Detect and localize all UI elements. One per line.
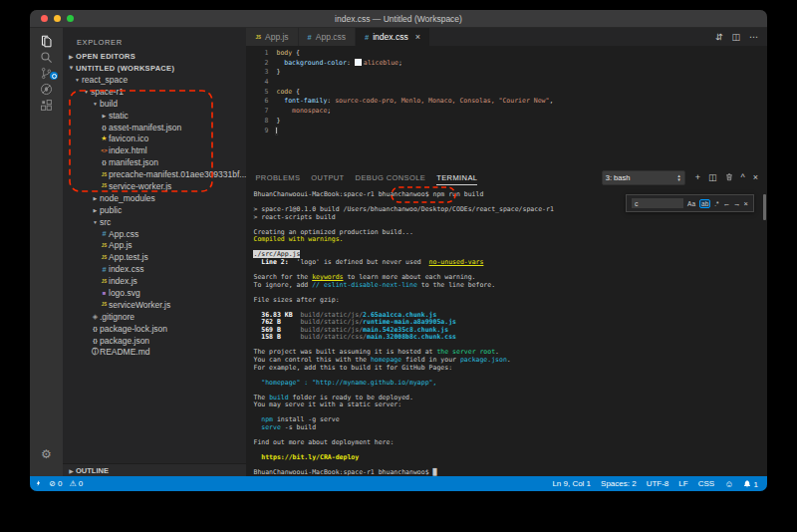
tree-item[interactable]: ◈.gitignore — [63, 311, 246, 323]
status-item[interactable]: Spaces: 2 — [601, 479, 637, 488]
find-input[interactable] — [632, 198, 683, 208]
tree-item-label: package-lock.json — [100, 324, 167, 334]
tree-item[interactable]: ★favicon.ico — [63, 133, 246, 144]
files-icon[interactable] — [30, 33, 63, 49]
bell-icon[interactable]: 1 — [743, 479, 758, 489]
tree-item-label: build — [100, 99, 118, 109]
tree-item[interactable]: #App.css — [63, 228, 246, 240]
terminal-line: Line 2: 'logo' is defined but never used… — [253, 259, 767, 267]
status-bar: ⊘ 0 ⚠ 0 Ln 9, Col 1Spaces: 2UTF-8LFCSS☺ … — [30, 476, 767, 491]
svg-file-icon: ■ — [100, 290, 109, 296]
status-item[interactable]: UTF-8 — [647, 479, 669, 488]
tab-app-js[interactable]: JSApp.js — [246, 28, 298, 46]
panel-tab-terminal[interactable]: TERMINAL — [436, 171, 477, 185]
find-previous-icon[interactable]: ← — [723, 199, 731, 208]
line-number: 7 — [246, 107, 276, 117]
status-item[interactable]: Ln 9, Col 1 — [552, 479, 591, 488]
tree-item[interactable]: JSprecache-manifest.01aee309331bf... — [63, 168, 246, 180]
zoom-window-button[interactable] — [67, 15, 74, 22]
tree-item[interactable]: JSserviceWorker.js — [63, 299, 246, 311]
panel-tab-problems[interactable]: PROBLEMS — [255, 171, 300, 184]
star-file-icon: ★ — [100, 134, 109, 142]
match-case-icon[interactable]: Aa — [686, 200, 696, 207]
panel-tab-debug-console[interactable]: DEBUG CONSOLE — [356, 171, 426, 184]
extensions-icon[interactable] — [30, 97, 63, 113]
outline-section[interactable]: ▶ OUTLINE — [63, 463, 246, 476]
tab-index-css[interactable]: #index.css× — [356, 28, 430, 46]
tab-label: App.css — [316, 32, 346, 42]
editor-line: 3} — [246, 68, 767, 78]
split-editor-icon[interactable]: ◫ — [731, 32, 740, 42]
tree-item[interactable]: ▼space-r1 — [63, 86, 246, 98]
open-changes-icon[interactable]: ⇆ — [714, 33, 724, 41]
line-number: 5 — [246, 88, 276, 98]
tree-item[interactable]: ⓘREADME.md — [63, 346, 246, 358]
regex-icon[interactable]: .* — [713, 200, 719, 207]
tree-item[interactable]: ▶static — [63, 110, 246, 122]
tree-item[interactable]: {}package.json — [63, 335, 246, 347]
tab-label: App.js — [265, 32, 289, 42]
tree-item[interactable]: ▶node_modules — [63, 192, 246, 204]
close-find-icon[interactable]: × — [744, 199, 748, 208]
js-file-icon: JS — [100, 255, 109, 260]
tree-item[interactable]: JSindex.js — [63, 275, 246, 287]
tree-item[interactable]: ▼src — [63, 216, 246, 228]
terminal-line: To ignore, add // eslint-disable-next-li… — [253, 282, 767, 290]
tree-item-label: node_modules — [100, 193, 155, 203]
new-terminal-icon[interactable]: + — [695, 173, 700, 182]
js-file-icon: JS — [255, 35, 261, 40]
tree-item[interactable]: <>index.html — [63, 144, 246, 156]
status-item[interactable]: CSS — [698, 479, 714, 488]
title-bar[interactable]: index.css — Untitled (Workspace) — [30, 10, 767, 28]
warning-count[interactable]: ⚠ 0 — [69, 479, 83, 488]
tree-item[interactable]: JSApp.test.js — [63, 251, 246, 263]
line-number: 8 — [246, 117, 276, 127]
tree-item[interactable]: {}manifest.json — [63, 156, 246, 168]
tab-app-css[interactable]: #App.css — [299, 28, 356, 46]
tree-item[interactable]: {}asset-manifest.json — [63, 122, 246, 133]
tree-item[interactable]: ▶public — [63, 204, 246, 216]
code-editor[interactable]: 1body {2 background-color: aliceblue;3}4… — [246, 46, 767, 168]
workspace-section[interactable]: ▼ UNTITLED (WORKSPACE) — [63, 62, 246, 74]
editor-line: 2 background-color: aliceblue; — [246, 59, 767, 69]
gear-icon[interactable]: ⚙ — [41, 446, 52, 462]
terminal-scrollbar[interactable] — [763, 194, 766, 220]
error-count[interactable]: ⊘ 0 — [49, 479, 62, 488]
panel-tab-output[interactable]: OUTPUT — [311, 171, 344, 184]
status-item[interactable]: LF — [678, 479, 687, 488]
close-tab-icon[interactable]: × — [415, 32, 420, 42]
tree-item-label: manifest.json — [109, 157, 158, 167]
line-number: 3 — [246, 68, 276, 78]
split-terminal-icon[interactable]: ◫ — [708, 173, 717, 182]
tree-item[interactable]: JSApp.js — [63, 239, 246, 251]
search-icon[interactable] — [30, 49, 63, 65]
terminal-find-widget: Aa ab .* ← → × — [626, 194, 754, 212]
close-window-button[interactable] — [41, 15, 48, 22]
more-actions-icon[interactable]: ⋯ — [749, 32, 758, 42]
terminal-shell-select[interactable]: 3: bash ▲▼ — [602, 170, 685, 185]
remote-icon[interactable] — [35, 478, 42, 490]
maximize-panel-icon[interactable]: ^ — [741, 173, 745, 182]
tree-item[interactable]: {}package-lock.json — [63, 323, 246, 335]
source-control-icon[interactable] — [30, 65, 63, 81]
minimize-window-button[interactable] — [54, 15, 61, 22]
js-file-icon: JS — [100, 279, 109, 284]
debug-icon[interactable] — [30, 81, 63, 97]
terminal-output[interactable]: BhuanChanwooui-MacBook:space-r1 bhuancha… — [246, 187, 767, 476]
tree-item-label: public — [100, 205, 122, 215]
tree-item[interactable]: JSservice-worker.js — [63, 180, 246, 192]
tree-item[interactable]: ▼build — [63, 98, 246, 110]
find-next-icon[interactable]: → — [733, 199, 741, 208]
tree-item-label: service-worker.js — [109, 181, 171, 191]
kill-terminal-icon[interactable] — [725, 172, 733, 183]
feedback-smiley-icon[interactable]: ☺ — [724, 479, 733, 489]
js-file-icon: JS — [100, 183, 109, 188]
css-file-icon: # — [365, 33, 369, 42]
panel: PROBLEMSOUTPUTDEBUG CONSOLETERMINAL 3: b… — [246, 168, 767, 476]
tree-item[interactable]: ■logo.svg — [63, 287, 246, 299]
close-panel-icon[interactable]: × — [753, 173, 758, 182]
whole-word-icon[interactable]: ab — [699, 199, 710, 208]
open-editors-section[interactable]: ▶ OPEN EDITORS — [63, 50, 246, 62]
tree-item[interactable]: #index.css — [63, 263, 246, 275]
tree-item[interactable]: ▼react_space — [63, 74, 246, 86]
